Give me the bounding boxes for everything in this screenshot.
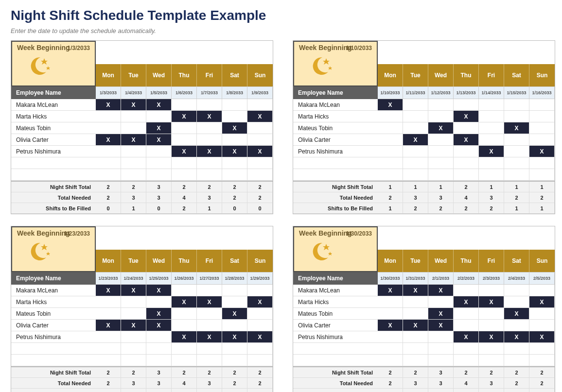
shift-cell[interactable] [378,146,403,157]
empty-cell[interactable] [454,157,479,169]
shift-cell[interactable]: X [428,308,454,320]
shift-cell[interactable]: X [172,296,197,308]
empty-cell[interactable] [121,355,146,366]
week-beginning-date[interactable]: 1/30/2033 [346,230,372,237]
shift-cell[interactable]: X [403,285,428,296]
shift-cell[interactable] [504,320,529,331]
empty-cell[interactable] [222,157,247,169]
shift-cell[interactable] [222,296,247,308]
shift-cell[interactable] [403,111,428,122]
shift-cell[interactable]: X [529,146,555,157]
shift-cell[interactable] [96,111,121,122]
shift-cell[interactable]: X [222,308,247,320]
shift-cell[interactable] [121,331,146,343]
shift-cell[interactable] [504,296,529,308]
shift-cell[interactable]: X [529,296,555,308]
shift-cell[interactable]: X [428,320,454,331]
empty-cell[interactable] [504,169,529,181]
shift-cell[interactable] [529,285,555,296]
shift-cell[interactable]: X [454,111,479,122]
empty-cell[interactable] [96,343,121,355]
shift-cell[interactable]: X [96,285,121,296]
shift-cell[interactable]: X [222,146,247,157]
empty-cell[interactable] [504,157,529,169]
shift-cell[interactable]: X [378,99,403,111]
empty-cell[interactable] [378,157,403,169]
shift-cell[interactable]: X [247,111,273,122]
shift-cell[interactable]: X [454,331,479,343]
shift-cell[interactable] [121,308,146,320]
empty-cell[interactable] [504,355,529,366]
shift-cell[interactable] [378,308,403,320]
shift-cell[interactable] [454,285,479,296]
shift-cell[interactable] [172,99,197,111]
shift-cell[interactable]: X [247,146,273,157]
shift-cell[interactable] [504,285,529,296]
shift-cell[interactable]: X [378,285,403,296]
shift-cell[interactable]: X [96,99,121,111]
empty-cell[interactable] [96,169,121,181]
shift-cell[interactable]: X [479,146,504,157]
shift-cell[interactable] [529,134,555,146]
empty-cell[interactable] [403,157,428,169]
shift-cell[interactable] [428,99,454,111]
shift-cell[interactable] [428,296,454,308]
shift-cell[interactable]: X [403,320,428,331]
week-beginning-date[interactable]: 1/3/2033 [67,45,90,51]
empty-cell[interactable] [428,157,454,169]
empty-cell[interactable] [529,343,555,355]
shift-cell[interactable] [121,122,146,134]
shift-cell[interactable] [403,296,428,308]
shift-cell[interactable]: X [121,99,146,111]
shift-cell[interactable] [197,308,222,320]
shift-cell[interactable]: X [454,296,479,308]
shift-cell[interactable] [479,99,504,111]
shift-cell[interactable] [403,331,428,343]
shift-cell[interactable] [222,134,247,146]
shift-cell[interactable]: X [121,285,146,296]
shift-cell[interactable] [146,111,172,122]
shift-cell[interactable] [121,146,146,157]
empty-cell[interactable] [146,169,172,181]
shift-cell[interactable] [529,99,555,111]
shift-cell[interactable] [428,146,454,157]
shift-cell[interactable] [504,134,529,146]
shift-cell[interactable] [454,308,479,320]
empty-cell[interactable] [479,343,504,355]
shift-cell[interactable]: X [403,134,428,146]
shift-cell[interactable]: X [146,122,172,134]
empty-cell[interactable] [454,343,479,355]
empty-cell[interactable] [403,355,428,366]
empty-cell[interactable] [247,157,273,169]
shift-cell[interactable]: X [197,296,222,308]
shift-cell[interactable] [378,122,403,134]
empty-cell[interactable] [172,355,197,366]
empty-cell[interactable] [378,169,403,181]
shift-cell[interactable]: X [428,285,454,296]
shift-cell[interactable]: X [172,331,197,343]
shift-cell[interactable] [222,320,247,331]
shift-cell[interactable] [247,122,273,134]
shift-cell[interactable]: X [146,320,172,331]
empty-cell[interactable] [121,169,146,181]
shift-cell[interactable] [378,331,403,343]
shift-cell[interactable] [172,320,197,331]
shift-cell[interactable] [121,296,146,308]
shift-cell[interactable]: X [479,296,504,308]
shift-cell[interactable] [172,122,197,134]
shift-cell[interactable] [197,122,222,134]
shift-cell[interactable]: X [146,285,172,296]
shift-cell[interactable]: X [529,331,555,343]
shift-cell[interactable]: X [504,308,529,320]
shift-cell[interactable]: X [96,320,121,331]
shift-cell[interactable] [454,320,479,331]
empty-cell[interactable] [146,355,172,366]
shift-cell[interactable]: X [172,111,197,122]
empty-cell[interactable] [121,157,146,169]
shift-cell[interactable] [172,285,197,296]
empty-cell[interactable] [454,355,479,366]
empty-cell[interactable] [428,355,454,366]
shift-cell[interactable] [197,320,222,331]
shift-cell[interactable]: X [504,331,529,343]
empty-cell[interactable] [479,157,504,169]
